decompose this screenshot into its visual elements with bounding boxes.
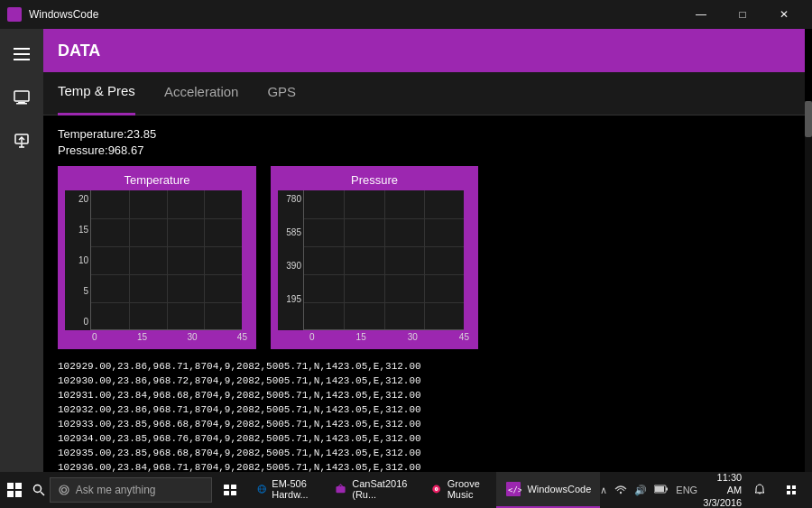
data-log-row: 102930.00,23.86,968.72,8704,9,2082,5005.…: [58, 374, 790, 389]
data-log-row: 102935.00,23.85,968.68,8704,9,2082,5005.…: [58, 447, 790, 461]
tab-bar: Temp & Pres Acceleration GPS: [43, 72, 805, 115]
charts-row: Temperature 20 15 10 5 0: [58, 166, 790, 349]
taskbar-app-groove-label: Groove Music: [448, 478, 486, 500]
sidebar-icon-upload[interactable]: [4, 123, 40, 159]
svg-rect-6: [15, 483, 22, 489]
task-view-button[interactable]: [216, 472, 245, 508]
tray-volume-icon[interactable]: 🔊: [634, 485, 647, 496]
svg-point-12: [61, 488, 66, 493]
data-log-row: 102931.00,23.84,968.68,8704,9,2082,5005.…: [58, 389, 790, 403]
taskbar-app-cansat-label: CanSat2016 (Ru...: [352, 478, 411, 500]
close-button[interactable]: ✕: [763, 0, 805, 29]
scrollbar[interactable]: [805, 101, 812, 508]
svg-rect-20: [337, 486, 346, 493]
title-bar: WindowsCode — □ ✕: [0, 0, 812, 29]
svg-point-11: [60, 485, 69, 494]
grid-v-2: [167, 190, 168, 329]
content-area: DATA Temp & Pres Acceleration GPS Temper…: [43, 29, 805, 508]
temperature-y-axis: 20 15 10 5 0: [65, 190, 90, 330]
temperature-chart-inner: 20 15 10 5 0: [65, 190, 242, 330]
tray-battery-icon[interactable]: [654, 485, 669, 495]
system-tray-icons: ∧ 🔊 ENG: [600, 483, 697, 497]
temperature-x-axis: 0 15 30 45: [65, 330, 249, 342]
svg-rect-8: [15, 491, 22, 497]
temperature-stat: Temperature:23.85: [58, 126, 790, 143]
main-content: Temperature:23.85 Pressure:968.67 Temper…: [43, 115, 805, 508]
tray-up-arrow[interactable]: ∧: [600, 485, 607, 496]
data-log-row: 102932.00,23.86,968.71,8704,9,2082,5005.…: [58, 403, 790, 418]
cortana-placeholder: Ask me anything: [76, 484, 156, 496]
svg-rect-0: [14, 91, 29, 101]
svg-rect-14: [231, 485, 236, 489]
search-button[interactable]: [28, 472, 49, 508]
temperature-chart-area: [90, 190, 242, 330]
scrollbar-thumb[interactable]: [805, 101, 812, 137]
taskbar-app-cansat[interactable]: CanSat2016 (Ru...: [326, 472, 420, 508]
grid-v-3: [204, 190, 205, 329]
svg-rect-15: [224, 491, 229, 495]
taskbar-system-area: [216, 472, 245, 508]
tab-gps[interactable]: GPS: [267, 72, 296, 115]
pressure-chart-title: Pressure: [278, 173, 471, 187]
minimize-button[interactable]: —: [680, 0, 722, 29]
svg-rect-5: [7, 483, 14, 489]
taskbar-app-windowscode[interactable]: </> WindowsCode: [496, 472, 600, 508]
svg-rect-28: [655, 486, 664, 492]
sidebar-icon-device[interactable]: [4, 79, 40, 115]
header-bar: DATA: [43, 29, 805, 72]
start-button[interactable]: [0, 472, 28, 508]
taskbar-app-em506[interactable]: EM-506 Hardw...: [248, 472, 324, 508]
hamburger-menu-button[interactable]: [4, 36, 40, 72]
temperature-chart: Temperature 20 15 10 5 0: [58, 166, 256, 349]
svg-point-9: [34, 485, 42, 493]
svg-rect-2: [16, 103, 27, 105]
svg-rect-32: [787, 491, 790, 494]
pressure-chart-inner: 780 585 390 195: [278, 190, 464, 330]
taskbar-app-groove[interactable]: Groove Music: [422, 472, 494, 508]
svg-rect-30: [787, 485, 790, 489]
pressure-stat: Pressure:968.67: [58, 143, 790, 159]
tab-temp-pres[interactable]: Temp & Pres: [58, 72, 135, 115]
svg-rect-16: [231, 491, 236, 495]
cortana-search[interactable]: Ask me anything: [50, 477, 212, 503]
svg-rect-13: [224, 485, 229, 489]
header-title: DATA: [58, 42, 100, 60]
notification-button[interactable]: [745, 472, 773, 508]
svg-rect-29: [666, 488, 668, 491]
title-bar-title: WindowsCode: [29, 8, 98, 21]
taskbar-apps: EM-506 Hardw... CanSat2016 (Ru... Groove…: [248, 472, 601, 508]
svg-text:</>: </>: [508, 485, 521, 494]
svg-rect-31: [792, 485, 796, 489]
app-container: DATA Temp & Pres Acceleration GPS Temper…: [0, 29, 812, 508]
svg-point-23: [436, 488, 438, 490]
expand-taskbar-button[interactable]: [777, 472, 805, 508]
pgrid-v-2: [384, 190, 385, 329]
window-controls: — □ ✕: [680, 0, 805, 29]
data-log-row: 102929.00,23.86,968.71,8704,9,2082,5005.…: [58, 360, 790, 374]
pressure-chart-area: [303, 190, 464, 330]
maximize-button[interactable]: □: [722, 0, 763, 29]
taskbar: Ask me anything EM-506 Hardw...: [0, 472, 812, 508]
pressure-y-axis: 780 585 390 195: [278, 190, 303, 330]
svg-point-26: [620, 492, 622, 494]
taskbar-time: 11:30 AM 3/3/2016: [701, 471, 742, 508]
taskbar-app-windowscode-label: WindowsCode: [527, 484, 591, 494]
data-log-row: 102933.00,23.85,968.68,8704,9,2082,5005.…: [58, 418, 790, 432]
app-icon: [7, 7, 22, 22]
taskbar-app-em506-label: EM-506 Hardw...: [272, 478, 315, 500]
pressure-chart: Pressure 780 585 390 195: [271, 166, 478, 349]
pgrid-v-3: [424, 190, 425, 329]
grid-v-1: [129, 190, 130, 329]
pressure-x-axis: 0 15 30 45: [278, 330, 471, 342]
svg-rect-7: [7, 491, 14, 497]
tab-acceleration[interactable]: Acceleration: [164, 72, 239, 115]
svg-line-10: [41, 492, 44, 495]
pgrid-v-1: [344, 190, 345, 329]
tray-network-icon[interactable]: [614, 483, 627, 497]
taskbar-right: ∧ 🔊 ENG 11:30 AM 3/3/2016: [600, 471, 812, 508]
stats-row: Temperature:23.85 Pressure:968.67: [58, 126, 790, 159]
data-log-row: 102934.00,23.85,968.76,8704,9,2082,5005.…: [58, 432, 790, 447]
svg-rect-33: [792, 491, 796, 494]
tray-language[interactable]: ENG: [676, 485, 697, 495]
sidebar: [0, 29, 43, 508]
